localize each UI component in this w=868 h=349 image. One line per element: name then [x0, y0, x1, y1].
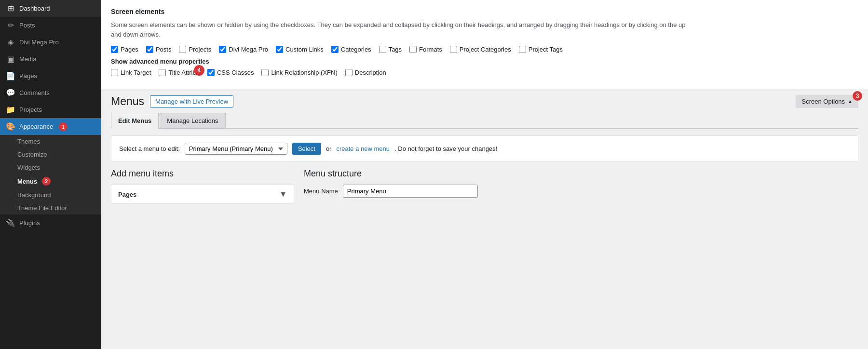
menus-title-row: Menus Manage with Live Preview: [111, 95, 233, 108]
create-new-menu-link[interactable]: create a new menu: [336, 145, 390, 152]
menu-select-dropdown[interactable]: Primary Menu (Primary Menu): [185, 143, 287, 155]
checkbox-posts[interactable]: Posts: [146, 46, 172, 53]
sidebar-item-posts[interactable]: ✏ Posts: [0, 17, 101, 34]
checkbox-css-classes-input[interactable]: [207, 69, 215, 76]
select-menu-row: Select a menu to edit: Primary Menu (Pri…: [111, 135, 858, 162]
appearance-submenu: Themes Customize Widgets Menus 2 Backgro…: [0, 135, 101, 215]
divi-icon: ◈: [6, 38, 15, 47]
checkbox-projects-input[interactable]: [179, 46, 186, 53]
sidebar-item-label: Comments: [19, 89, 50, 96]
sidebar-subitem-themes[interactable]: Themes: [0, 135, 101, 148]
checkbox-tags[interactable]: Tags: [379, 46, 402, 53]
sidebar-item-label: Appearance: [19, 123, 53, 130]
accordion-arrow-icon: ▼: [279, 190, 287, 199]
sidebar-item-label: Plugins: [19, 219, 40, 227]
accordion-pages-label: Pages: [118, 191, 136, 198]
sidebar-subitem-theme-file-editor[interactable]: Theme File Editor: [0, 201, 101, 215]
screen-options-button[interactable]: Screen Options ▲ 3: [796, 95, 858, 108]
add-menu-items-title: Add menu items: [111, 169, 294, 179]
pages-icon: 📄: [6, 71, 15, 81]
sidebar-item-media[interactable]: ▣ Media: [0, 51, 101, 67]
save-reminder: . Do not forget to save your changes!: [394, 145, 497, 152]
checkbox-custom-links-input[interactable]: [276, 46, 283, 53]
dashboard-icon: ⊞: [6, 4, 15, 13]
bottom-section: Add menu items Pages ▼ Menu structure Me…: [101, 169, 868, 214]
checkbox-project-categories-input[interactable]: [450, 46, 457, 53]
sidebar-item-label: Projects: [19, 106, 42, 113]
advanced-props-title: Show advanced menu properties: [111, 58, 858, 65]
checkbox-description-input[interactable]: [345, 69, 353, 76]
sidebar-item-appearance[interactable]: 🎨 Appearance 1: [0, 118, 101, 135]
menus-badge: 2: [42, 177, 51, 186]
step-4-badge: 4: [194, 65, 204, 76]
checkboxes-row: Pages Posts Projects Divi Mega Pro Custo…: [111, 46, 858, 53]
menus-page-title: Menus: [111, 95, 144, 108]
checkbox-project-categories[interactable]: Project Categories: [450, 46, 511, 53]
plugins-icon: 🔌: [6, 218, 15, 228]
checkbox-formats-input[interactable]: [409, 46, 417, 53]
menu-name-label: Menu Name: [304, 188, 338, 195]
appearance-badge: 1: [59, 122, 68, 131]
sidebar-item-projects[interactable]: 📁 Projects: [0, 101, 101, 118]
sidebar-item-comments[interactable]: 💬 Comments: [0, 84, 101, 101]
projects-icon: 📁: [6, 105, 15, 114]
menus-header: Menus Manage with Live Preview Screen Op…: [101, 89, 868, 108]
checkbox-css-classes[interactable]: CSS Classes: [207, 69, 254, 76]
checkbox-categories-input[interactable]: [331, 46, 339, 53]
tabs-row: Edit Menus Manage Locations: [111, 113, 858, 129]
menu-structure-title: Menu structure: [304, 169, 858, 179]
sidebar-item-label: Dashboard: [19, 5, 50, 12]
screen-elements-panel: Screen elements Some screen elements can…: [101, 0, 868, 89]
or-text: or: [326, 145, 332, 152]
checkbox-link-relationship[interactable]: Link Relationship (XFN): [261, 69, 337, 76]
screen-elements-title: Screen elements: [111, 8, 858, 15]
checkbox-title-attrib[interactable]: Title Attribu 4: [159, 69, 200, 76]
checkbox-tags-input[interactable]: [379, 46, 386, 53]
checkbox-posts-input[interactable]: [146, 46, 153, 53]
checkbox-project-tags-input[interactable]: [519, 46, 526, 53]
checkbox-description[interactable]: Description: [345, 69, 386, 76]
checkbox-divi-mega-pro-input[interactable]: [219, 46, 226, 53]
checkbox-link-relationship-input[interactable]: [261, 69, 269, 76]
sidebar-subitem-customize[interactable]: Customize: [0, 148, 101, 161]
select-button[interactable]: Select: [292, 143, 321, 155]
checkbox-categories[interactable]: Categories: [331, 46, 371, 53]
menus-area: Menus Manage with Live Preview Screen Op…: [101, 89, 868, 349]
checkbox-title-attrib-input[interactable]: [159, 69, 166, 76]
checkbox-link-target-input[interactable]: [111, 69, 118, 76]
sidebar-item-plugins[interactable]: 🔌 Plugins: [0, 215, 101, 231]
sidebar-item-label: Media: [19, 55, 36, 63]
checkbox-project-tags[interactable]: Project Tags: [519, 46, 563, 53]
sidebar-item-divi-mega-pro[interactable]: ◈ Divi Mega Pro: [0, 34, 101, 51]
sidebar-subitem-background[interactable]: Background: [0, 188, 101, 201]
screen-options-arrow: ▲: [848, 99, 853, 104]
pages-accordion: Pages ▼: [111, 185, 294, 204]
comments-icon: 💬: [6, 88, 15, 97]
media-icon: ▣: [6, 54, 15, 64]
checkbox-formats[interactable]: Formats: [409, 46, 442, 53]
sidebar-item-label: Posts: [19, 22, 35, 29]
add-menu-items-panel: Add menu items Pages ▼: [111, 169, 294, 204]
live-preview-button[interactable]: Manage with Live Preview: [150, 95, 233, 107]
sidebar-item-pages[interactable]: 📄 Pages: [0, 67, 101, 84]
sidebar: ⊞ Dashboard ✏ Posts ◈ Divi Mega Pro ▣ Me…: [0, 0, 101, 349]
sidebar-item-dashboard[interactable]: ⊞ Dashboard: [0, 0, 101, 17]
appearance-icon: 🎨: [6, 122, 15, 131]
menu-structure-panel: Menu structure Menu Name: [304, 169, 858, 204]
advanced-checkboxes-row: Link Target Title Attribu 4 CSS Classes …: [111, 69, 858, 76]
menu-name-input[interactable]: [343, 185, 478, 198]
sidebar-subitem-widgets[interactable]: Widgets: [0, 161, 101, 174]
checkbox-pages[interactable]: Pages: [111, 46, 138, 53]
checkbox-link-target[interactable]: Link Target: [111, 69, 151, 76]
select-label: Select a menu to edit:: [119, 145, 180, 152]
checkbox-divi-mega-pro[interactable]: Divi Mega Pro: [219, 46, 268, 53]
tab-edit-menus[interactable]: Edit Menus: [111, 113, 159, 129]
sidebar-subitem-menus[interactable]: Menus 2: [0, 174, 101, 188]
checkbox-projects[interactable]: Projects: [179, 46, 211, 53]
screen-elements-description: Some screen elements can be shown or hid…: [111, 20, 690, 39]
accordion-pages-header[interactable]: Pages ▼: [111, 185, 294, 203]
tab-manage-locations[interactable]: Manage Locations: [160, 113, 225, 128]
checkbox-pages-input[interactable]: [111, 46, 118, 53]
checkbox-custom-links[interactable]: Custom Links: [276, 46, 324, 53]
screen-options-label: Screen Options: [801, 98, 845, 105]
